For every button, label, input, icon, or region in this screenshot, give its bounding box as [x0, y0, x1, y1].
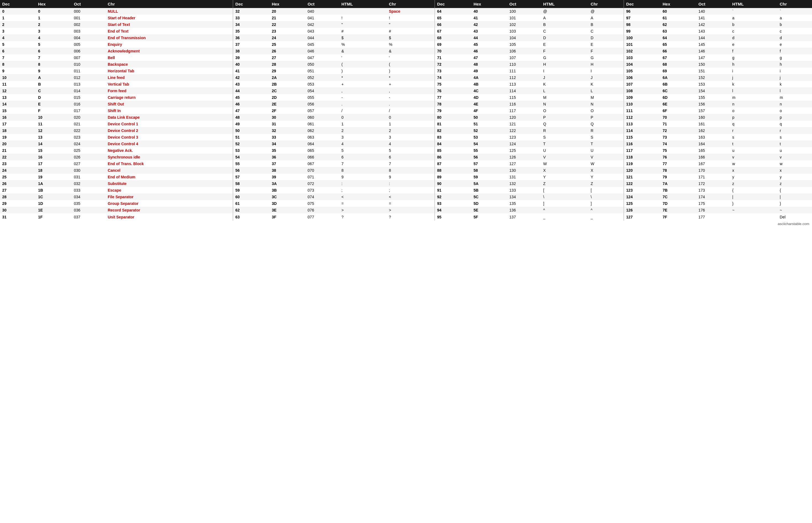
- cell-html-2: 2: [339, 127, 387, 134]
- cell-oct-4: 155: [696, 94, 730, 101]
- col-dec-2: Dec: [233, 0, 270, 8]
- cell-oct-2: 062: [306, 127, 339, 134]
- cell-dec-1: 24: [0, 167, 36, 174]
- cell-html-3: ^: [541, 207, 588, 214]
- cell-oct-4: 161: [696, 121, 730, 127]
- cell-oct-2: 051: [306, 68, 339, 74]
- cell-dec-1: 23: [0, 160, 36, 167]
- cell-oct-4: 140: [696, 8, 730, 15]
- table-row: 6 6 006 Acknowledgment 38 26 046 & & 70 …: [0, 48, 812, 54]
- cell-hex-3: 57: [472, 160, 507, 167]
- cell-oct-1: 024: [72, 141, 106, 147]
- ascii-table-container: Dec Hex Oct Chr Dec Hex Oct HTML Chr Dec…: [0, 0, 812, 227]
- cell-oct-1: 015: [72, 94, 106, 101]
- cell-oct-3: 137: [507, 214, 541, 221]
- cell-html-4: l: [730, 88, 777, 94]
- table-row: 20 14 024 Device Control 4 52 34 064 4 4…: [0, 141, 812, 147]
- cell-dec-4: 96: [624, 8, 661, 15]
- cell-hex-1: 6: [36, 48, 72, 54]
- col-oct-4: Oct: [696, 0, 730, 8]
- cell-chr-2: !: [387, 15, 435, 21]
- cell-hex-2: 3A: [270, 180, 306, 187]
- cell-dec-3: 69: [435, 41, 472, 48]
- table-row: 18 12 022 Device Control 2 50 32 062 2 2…: [0, 127, 812, 134]
- cell-oct-2: 072: [306, 180, 339, 187]
- cell-hex-3: 53: [472, 134, 507, 141]
- cell-hex-2: 21: [270, 15, 306, 21]
- cell-name-1: Backspace: [106, 61, 233, 68]
- cell-chr-3: \: [588, 194, 624, 200]
- cell-name-1: Horizontal Tab: [106, 68, 233, 74]
- cell-oct-4: 154: [696, 88, 730, 94]
- cell-chr-2: >: [387, 207, 435, 214]
- cell-oct-1: 037: [72, 214, 106, 221]
- cell-hex-2: 31: [270, 121, 306, 127]
- cell-chr-4: i: [777, 68, 812, 74]
- cell-hex-4: 68: [661, 61, 696, 68]
- cell-oct-3: 116: [507, 101, 541, 107]
- table-row: 27 1B 033 Escape 59 3B 073 ; ; 91 5B 133…: [0, 187, 812, 194]
- table-row: 25 19 031 End of Medium 57 39 071 9 9 89…: [0, 174, 812, 180]
- cell-oct-3: 121: [507, 121, 541, 127]
- table-row: 13 D 015 Carriage return 45 2D 055 - - 7…: [0, 94, 812, 101]
- cell-hex-4: 7C: [661, 194, 696, 200]
- cell-hex-3: 54: [472, 141, 507, 147]
- table-row: 9 9 011 Horizontal Tab 41 29 051 ) ) 73 …: [0, 68, 812, 74]
- cell-oct-4: 147: [696, 54, 730, 61]
- cell-html-4: e: [730, 41, 777, 48]
- cell-hex-4: 79: [661, 174, 696, 180]
- cell-dec-4: 118: [624, 154, 661, 160]
- cell-oct-4: 176: [696, 207, 730, 214]
- cell-hex-1: 16: [36, 154, 72, 160]
- cell-hex-1: 11: [36, 121, 72, 127]
- cell-dec-4: 111: [624, 107, 661, 114]
- cell-html-4: s: [730, 134, 777, 141]
- table-row: 3 3 003 End of Text 35 23 043 # # 67 43 …: [0, 28, 812, 35]
- cell-dec-1: 8: [0, 61, 36, 68]
- cell-html-2: *: [339, 74, 387, 81]
- cell-name-1: Shift In: [106, 107, 233, 114]
- cell-chr-2: ): [387, 68, 435, 74]
- cell-oct-4: 173: [696, 187, 730, 194]
- cell-chr-3: U: [588, 147, 624, 154]
- cell-html-4: f: [730, 48, 777, 54]
- cell-html-3: Z: [541, 180, 588, 187]
- cell-oct-2: 046: [306, 48, 339, 54]
- cell-hex-3: 51: [472, 121, 507, 127]
- cell-chr-2: 5: [387, 147, 435, 154]
- cell-oct-1: 017: [72, 107, 106, 114]
- cell-chr-3: @: [588, 8, 624, 15]
- cell-oct-3: 112: [507, 74, 541, 81]
- cell-oct-2: 053: [306, 81, 339, 88]
- cell-chr-4: c: [777, 28, 812, 35]
- cell-html-4: r: [730, 127, 777, 134]
- cell-html-3: _: [541, 214, 588, 221]
- cell-dec-2: 57: [233, 174, 270, 180]
- cell-hex-1: 1E: [36, 207, 72, 214]
- cell-html-4: t: [730, 141, 777, 147]
- cell-hex-2: 26: [270, 48, 306, 54]
- cell-chr-2: /: [387, 107, 435, 114]
- cell-hex-4: 73: [661, 134, 696, 141]
- cell-oct-1: 031: [72, 174, 106, 180]
- cell-oct-2: 040: [306, 8, 339, 15]
- cell-hex-2: 32: [270, 127, 306, 134]
- table-row: 4 4 004 End of Transmission 36 24 044 $ …: [0, 35, 812, 41]
- cell-chr-4: ~: [777, 207, 812, 214]
- cell-hex-4: 6B: [661, 81, 696, 88]
- cell-dec-2: 48: [233, 114, 270, 121]
- cell-oct-3: 117: [507, 107, 541, 114]
- cell-html-2: >: [339, 207, 387, 214]
- cell-html-3: G: [541, 54, 588, 61]
- cell-dec-3: 76: [435, 88, 472, 94]
- cell-chr-4: f: [777, 48, 812, 54]
- cell-html-4: v: [730, 154, 777, 160]
- cell-hex-2: 2E: [270, 101, 306, 107]
- cell-name-1: Bell: [106, 54, 233, 61]
- cell-html-3: Q: [541, 121, 588, 127]
- cell-hex-1: 18: [36, 167, 72, 174]
- cell-oct-3: 133: [507, 187, 541, 194]
- cell-oct-4: 171: [696, 174, 730, 180]
- cell-name-1: End of Text: [106, 28, 233, 35]
- cell-dec-2: 63: [233, 214, 270, 221]
